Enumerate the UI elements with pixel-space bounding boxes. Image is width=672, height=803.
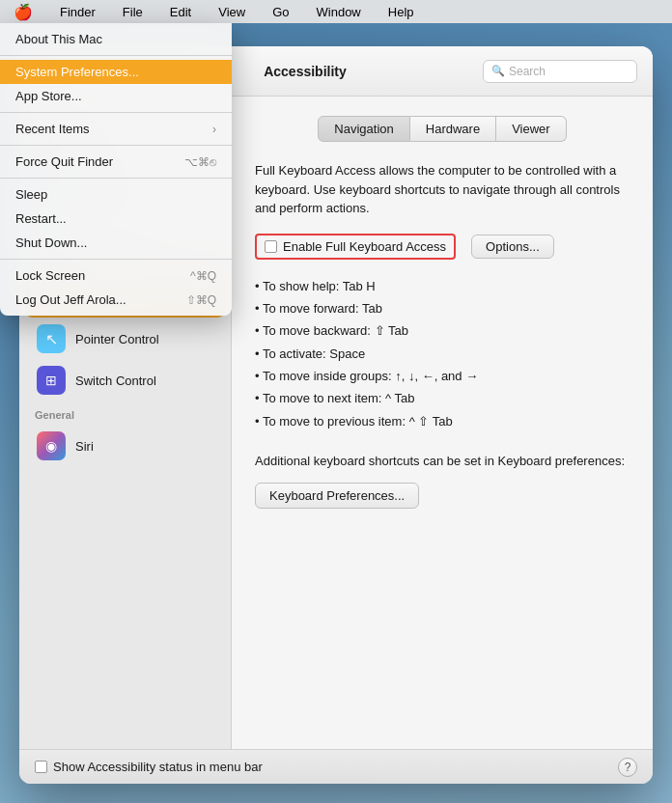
- edit-menu[interactable]: Edit: [164, 3, 197, 21]
- force-quit-item[interactable]: Force Quit Finder ⌥⌘⎋: [0, 150, 232, 174]
- help-button[interactable]: ?: [618, 758, 637, 777]
- apple-dropdown-menu: About This Mac System Preferences... App…: [0, 23, 232, 316]
- shortcut-item-7: • To move to previous item: ^ ⇧ Tab: [255, 410, 630, 432]
- shortcut-item-1: • To show help: Tab H: [255, 275, 630, 297]
- help-menu[interactable]: Help: [382, 3, 420, 21]
- switch-control-icon: ⊞: [37, 366, 66, 395]
- accessibility-status-label: Show Accessibility status in menu bar: [53, 760, 263, 774]
- menu-separator-3: [0, 145, 232, 146]
- window-bottombar: Show Accessibility status in menu bar ?: [19, 749, 653, 784]
- keyboard-access-description: Full Keyboard Access allows the computer…: [255, 161, 630, 218]
- sidebar-item-siri[interactable]: ◉ Siri: [25, 426, 225, 466]
- enable-keyboard-access-text: Enable Full Keyboard Access: [283, 239, 446, 254]
- menu-separator-5: [0, 259, 232, 260]
- apple-menu-button[interactable]: 🍎: [8, 1, 39, 23]
- menu-separator-4: [0, 178, 232, 179]
- additional-text: Additional keyboard shortcuts can be set…: [255, 452, 630, 471]
- search-icon: 🔍: [491, 65, 505, 77]
- logout-shortcut: ⇧⌘Q: [186, 293, 216, 307]
- main-panel: Navigation Hardware Viewer Full Keyboard…: [232, 97, 653, 749]
- menu-separator-2: [0, 112, 232, 113]
- restart-item[interactable]: Restart...: [0, 207, 232, 231]
- search-box[interactable]: 🔍 Search: [483, 60, 637, 83]
- recent-items-arrow: ›: [212, 123, 216, 136]
- sleep-item[interactable]: Sleep: [0, 182, 232, 207]
- logout-item[interactable]: Log Out Jeff Arola... ⇧⌘Q: [0, 288, 232, 312]
- siri-icon: ◉: [37, 431, 66, 460]
- finder-menu[interactable]: Finder: [54, 3, 101, 21]
- lock-screen-shortcut: ^⌘Q: [190, 269, 216, 283]
- siri-label: Siri: [75, 439, 94, 454]
- enable-row: Enable Full Keyboard Access Options...: [255, 234, 630, 260]
- menu-bar: 🍎 Finder File Edit View Go Window Help: [0, 0, 672, 23]
- switch-control-label: Switch Control: [75, 374, 156, 388]
- about-this-mac-item[interactable]: About This Mac: [0, 27, 232, 51]
- app-store-item[interactable]: App Store...: [0, 84, 232, 108]
- force-quit-shortcut: ⌥⌘⎋: [184, 155, 216, 169]
- file-menu[interactable]: File: [117, 3, 149, 21]
- shortcut-item-2: • To move forward: Tab: [255, 297, 630, 319]
- accessibility-status-row: Show Accessibility status in menu bar: [35, 760, 263, 774]
- system-preferences-item[interactable]: System Preferences...: [0, 60, 232, 84]
- pointer-control-label: Pointer Control: [75, 332, 159, 346]
- shortcut-item-3: • To move backward: ⇧ Tab: [255, 319, 630, 342]
- window-menu[interactable]: Window: [311, 3, 367, 21]
- shortcut-item-4: • To activate: Space: [255, 343, 630, 365]
- options-button[interactable]: Options...: [471, 235, 554, 259]
- lock-screen-item[interactable]: Lock Screen ^⌘Q: [0, 263, 232, 288]
- tab-navigation[interactable]: Navigation: [318, 116, 409, 142]
- recent-items-item[interactable]: Recent Items ›: [0, 117, 232, 141]
- view-menu[interactable]: View: [212, 3, 251, 21]
- enable-keyboard-access-checkbox[interactable]: [265, 240, 277, 253]
- sidebar-section-general: General: [19, 402, 231, 425]
- shut-down-item[interactable]: Shut Down...: [0, 231, 232, 255]
- pointer-control-icon: ↖: [37, 324, 66, 353]
- accessibility-status-checkbox[interactable]: [35, 761, 47, 773]
- shortcut-item-6: • To move to next item: ^ Tab: [255, 387, 630, 409]
- sidebar-item-pointer-control[interactable]: ↖ Pointer Control: [25, 318, 225, 359]
- enable-keyboard-access-label[interactable]: Enable Full Keyboard Access: [255, 234, 456, 260]
- tab-hardware[interactable]: Hardware: [410, 116, 496, 142]
- menu-separator-1: [0, 55, 232, 56]
- search-placeholder: Search: [509, 65, 546, 78]
- shortcut-item-5: • To move inside groups: ↑, ↓, ←, and →: [255, 365, 630, 387]
- keyboard-preferences-button[interactable]: Keyboard Preferences...: [255, 483, 419, 509]
- shortcuts-list: • To show help: Tab H • To move forward:…: [255, 275, 630, 433]
- go-menu[interactable]: Go: [266, 3, 294, 21]
- tabs-container: Navigation Hardware Viewer: [255, 116, 630, 142]
- tab-viewer[interactable]: Viewer: [496, 116, 567, 142]
- sidebar-item-switch-control[interactable]: ⊞ Switch Control: [25, 360, 225, 401]
